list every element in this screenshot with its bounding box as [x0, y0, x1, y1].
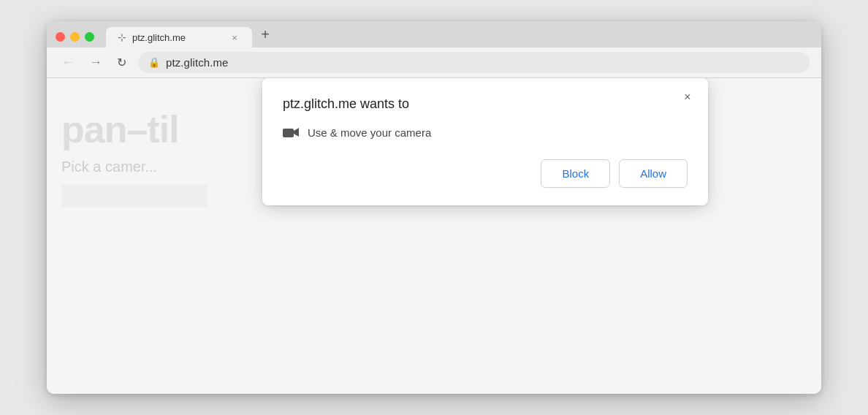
page-bg-subtext: Pick a camer... [61, 159, 157, 175]
new-tab-button[interactable]: + [255, 27, 275, 47]
minimize-traffic-light[interactable] [70, 32, 80, 42]
camera-icon [283, 126, 299, 139]
dialog-close-button[interactable]: × [679, 88, 696, 106]
dialog-title: ptz.glitch.me wants to [283, 96, 688, 113]
maximize-traffic-light[interactable] [85, 32, 94, 42]
svg-rect-0 [283, 129, 294, 137]
permission-text: Use & move your camera [308, 126, 431, 139]
url-text: ptz.glitch.me [166, 56, 229, 69]
browser-window: ⊹ ptz.glitch.me × + ← → ↻ 🔒 ptz.glitch.m… [47, 21, 821, 394]
traffic-lights [56, 32, 94, 47]
tab-drag-icon: ⊹ [118, 31, 126, 43]
page-bg-heading: pan–til [61, 107, 179, 151]
tab-bar: ⊹ ptz.glitch.me × + [47, 21, 821, 47]
svg-marker-1 [294, 128, 299, 137]
page-bg-input [61, 184, 208, 208]
tab-close-button[interactable]: × [229, 31, 240, 43]
address-bar: ← → ↻ 🔒 ptz.glitch.me [47, 47, 821, 78]
url-bar[interactable]: 🔒 ptz.glitch.me [138, 52, 810, 73]
reload-button[interactable]: ↻ [114, 53, 129, 72]
allow-button[interactable]: Allow [619, 159, 688, 188]
tab-title: ptz.glitch.me [132, 32, 223, 43]
forward-button[interactable]: → [86, 52, 105, 73]
browser-content: pan–til Pick a camer... × ptz.glitch.me … [47, 78, 821, 394]
active-tab[interactable]: ⊹ ptz.glitch.me × [106, 27, 252, 47]
lock-icon: 🔒 [148, 57, 160, 68]
back-button[interactable]: ← [58, 52, 77, 73]
block-button[interactable]: Block [541, 159, 610, 188]
dialog-actions: Block Allow [283, 159, 688, 188]
permission-dialog: × ptz.glitch.me wants to Use & move your… [262, 78, 708, 205]
close-traffic-light[interactable] [56, 32, 65, 42]
permission-item: Use & move your camera [283, 126, 688, 139]
